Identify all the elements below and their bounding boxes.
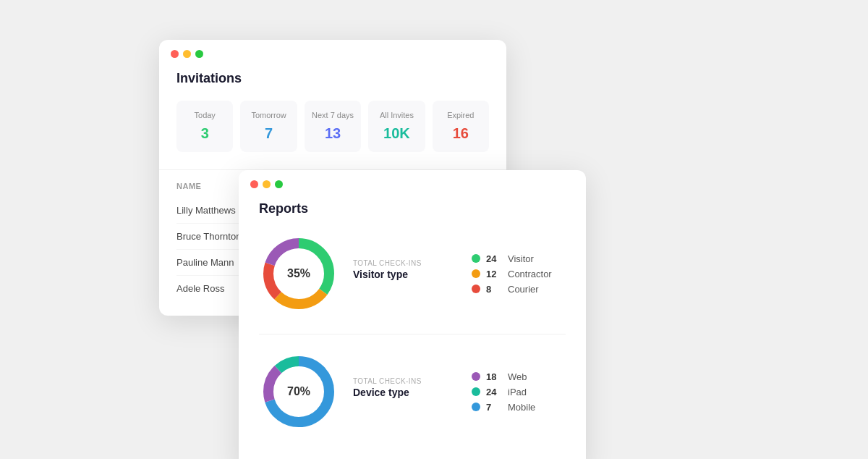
- legend-name: iPad: [508, 387, 527, 397]
- stat-label: Today: [184, 111, 226, 119]
- chart-subtitle: Total check-ins: [353, 377, 457, 385]
- legend-name: Courier: [508, 284, 539, 295]
- legend-count: 7: [486, 402, 502, 413]
- legend-count: 24: [486, 253, 502, 264]
- legend-dot: [472, 403, 480, 411]
- legend-name: Contractor: [508, 269, 552, 279]
- stat-label: Tomorrow: [247, 111, 289, 119]
- legend-dot: [472, 372, 480, 381]
- minimize-button[interactable]: [183, 50, 191, 58]
- legend-item-1: 12 Contractor: [472, 269, 566, 279]
- legend-dot: [472, 254, 480, 263]
- stat-label: All Invites: [375, 111, 417, 119]
- chart-info-device-type: Total check-ins Device type: [353, 377, 457, 407]
- maximize-button[interactable]: [195, 50, 203, 58]
- invitations-title: Invitations: [176, 71, 489, 86]
- stat-value: 13: [312, 125, 354, 142]
- reports-maximize-button[interactable]: [275, 180, 283, 188]
- reports-traffic-lights: [239, 170, 586, 195]
- legend-count: 24: [486, 387, 502, 397]
- chart-info-visitor-type: Total check-ins Visitor type: [353, 259, 457, 289]
- chart-title: Visitor type: [353, 269, 457, 280]
- stat-card-next-7-days[interactable]: Next 7 days 13: [305, 101, 361, 152]
- legend-item-2: 7 Mobile: [472, 402, 566, 413]
- stat-card-tomorrow[interactable]: Tomorrow 7: [240, 101, 297, 152]
- donut-chart-visitor-type: 35%: [259, 234, 339, 313]
- legend-list-visitor-type: 24 Visitor 12 Contractor 8 Courier: [472, 253, 566, 295]
- chart-section-device-type: 70% Total check-ins Device type 18 Web 2…: [259, 352, 566, 431]
- legend-count: 12: [486, 269, 502, 279]
- donut-percentage: 35%: [287, 267, 310, 280]
- legend-count: 18: [486, 371, 502, 382]
- stat-card-all-invites[interactable]: All Invites 10K: [368, 101, 425, 152]
- stat-value: 7: [247, 125, 289, 142]
- traffic-lights: [159, 40, 506, 65]
- legend-name: Web: [508, 371, 527, 382]
- reports-title: Reports: [259, 201, 566, 216]
- stat-value: 16: [440, 125, 482, 142]
- divider: [259, 334, 566, 334]
- reports-minimize-button[interactable]: [263, 180, 271, 188]
- legend-dot: [472, 269, 480, 278]
- stat-label: Next 7 days: [312, 111, 354, 119]
- chart-title: Device type: [353, 387, 457, 398]
- legend-item-1: 24 iPad: [472, 387, 566, 397]
- legend-item-2: 8 Courier: [472, 284, 566, 295]
- legend-item-0: 24 Visitor: [472, 253, 566, 264]
- donut-percentage: 70%: [287, 385, 310, 398]
- legend-list-device-type: 18 Web 24 iPad 7 Mobile: [472, 371, 566, 413]
- legend-name: Mobile: [508, 402, 535, 413]
- stat-card-today[interactable]: Today 3: [176, 101, 233, 152]
- charts-container: 35% Total check-ins Visitor type 24 Visi…: [259, 234, 566, 431]
- donut-chart-device-type: 70%: [259, 352, 339, 431]
- invitations-body: Invitations Today 3 Tomorrow 7 Next 7 da…: [159, 65, 506, 169]
- reports-body: Reports 35% Total check-ins Visitor type…: [239, 195, 586, 459]
- legend-count: 8: [486, 284, 502, 295]
- stat-card-expired[interactable]: Expired 16: [433, 101, 489, 152]
- chart-subtitle: Total check-ins: [353, 259, 457, 267]
- reports-close-button[interactable]: [250, 180, 258, 188]
- close-button[interactable]: [171, 50, 179, 58]
- reports-window: Reports 35% Total check-ins Visitor type…: [239, 170, 586, 459]
- legend-dot: [472, 387, 480, 396]
- legend-dot: [472, 285, 480, 293]
- chart-section-visitor-type: 35% Total check-ins Visitor type 24 Visi…: [259, 234, 566, 313]
- stat-value: 3: [184, 125, 226, 142]
- stat-value: 10K: [375, 125, 417, 142]
- legend-item-0: 18 Web: [472, 371, 566, 382]
- legend-name: Visitor: [508, 253, 534, 264]
- stat-label: Expired: [440, 111, 482, 119]
- stats-row: Today 3 Tomorrow 7 Next 7 days 13 All In…: [176, 101, 489, 152]
